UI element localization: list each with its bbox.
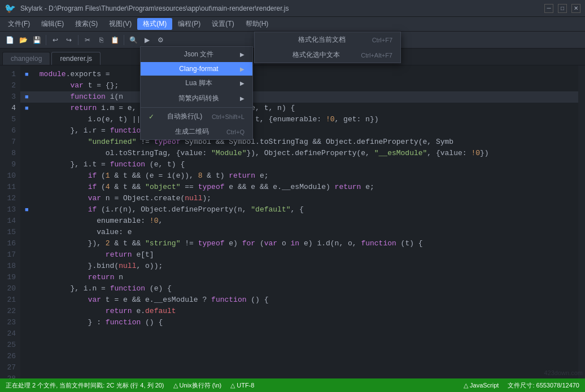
- code-line-4: ■ function i(n: [20, 91, 578, 103]
- statusbar: 正在处理 2 个文件, 当前文件时间戳: 2C 光标 (行 4, 列 20) △…: [0, 378, 585, 392]
- editor-main: 1 2 3 4 5 6 7 8 9 10 11 12 13 14 15 16 1…: [0, 65, 585, 378]
- code-line-28: } : function () {: [20, 317, 578, 328]
- toolbar-save[interactable]: 💾: [30, 34, 43, 46]
- toolbar-sep3: [124, 35, 124, 45]
- gutter-1: ■: [25, 69, 33, 80]
- status-lineending: △ Unix换行符 (\n): [173, 381, 222, 390]
- window-controls: ─ □ ✕: [544, 4, 580, 13]
- code-line-24: return n: [20, 272, 578, 283]
- code-line-1: ■ module.exports =: [20, 69, 578, 80]
- toolbar-debug[interactable]: ⚙: [154, 34, 167, 46]
- toolbar-copy[interactable]: ⎘: [95, 34, 107, 46]
- tab-changelog[interactable]: changelog: [2, 52, 50, 65]
- line-num-4: 4: [0, 103, 20, 114]
- code-line-20: value: e: [20, 227, 578, 238]
- menu-clang-format[interactable]: Clang-format ▶: [141, 62, 252, 76]
- toolbar-undo[interactable]: ↩: [49, 34, 62, 46]
- line-num-25: 25: [0, 340, 20, 351]
- toolbar-sep2: [78, 35, 78, 45]
- scrollbar-vertical[interactable]: [578, 65, 585, 378]
- menu-view[interactable]: 视图(V): [103, 18, 137, 30]
- line-num-9: 9: [0, 159, 20, 170]
- code-line-22: return e[t]: [20, 249, 578, 261]
- tab-renderer[interactable]: renderer.js: [51, 52, 101, 65]
- code-line-21: }), 2 & t && "string" != typeof e) for (…: [20, 238, 578, 249]
- line-num-3: 3: [0, 91, 20, 103]
- toolbar-new[interactable]: 📄: [3, 34, 16, 46]
- code-editor[interactable]: ■ module.exports = var t = {}; ■ functio…: [20, 65, 578, 378]
- menu-autowrap[interactable]: ✓ 自动换行(L) Ctrl+Shift+L: [141, 109, 252, 124]
- toolbar-sep1: [46, 35, 46, 45]
- menu-format-selection[interactable]: 格式化选中文本 Ctrl+Alt+F7: [255, 47, 400, 63]
- menu-format-doc[interactable]: 格式化当前文档 Ctrl+F7: [255, 32, 400, 47]
- status-filesize: 文件尺寸: 6553078/12470: [508, 381, 579, 390]
- line-numbers: 1 2 3 4 5 6 7 8 9 10 11 12 13 14 15 16 1…: [0, 65, 20, 378]
- line-num-6: 6: [0, 125, 20, 136]
- line-num-24: 24: [0, 328, 20, 340]
- line-num-23: 23: [0, 317, 20, 328]
- status-encoding: △ UTF-8: [230, 382, 254, 389]
- line-num-26: 26: [0, 351, 20, 362]
- line-num-19: 19: [0, 272, 20, 283]
- line-num-10: 10: [0, 170, 20, 182]
- line-num-28: 28: [0, 373, 20, 378]
- menu-qrcode[interactable]: 生成二维码 Ctrl+Q: [141, 124, 252, 139]
- code-line-25: }, i.n = function (e) {: [20, 283, 578, 294]
- toolbar-run[interactable]: ▶: [141, 34, 153, 46]
- toolbar-redo[interactable]: ↪: [63, 34, 75, 46]
- line-num-12: 12: [0, 193, 20, 204]
- code-line-11: i.o(e, t) || Object.defineProperty(e, t,…: [20, 114, 578, 125]
- menubar: 文件(F) 编辑(E) 搜索(S) 视图(V) 格式(M) 编程(P) 设置(T…: [0, 17, 585, 32]
- clang-format-submenu: 格式化当前文档 Ctrl+F7 格式化选中文本 Ctrl+Alt+F7: [254, 32, 401, 63]
- code-line-18: ■ if (i.r(n), Object.defineProperty(n, "…: [20, 204, 578, 215]
- code-line-13: "undefined" != typeof Symbol && Symbol.t…: [20, 136, 578, 159]
- menu-code[interactable]: 编程(P): [172, 18, 206, 30]
- code-line-2: var t = {};: [20, 80, 578, 91]
- close-button[interactable]: ✕: [571, 4, 580, 13]
- line-num-20: 20: [0, 283, 20, 294]
- toolbar-find[interactable]: 🔍: [127, 34, 139, 46]
- toolbar-paste[interactable]: 📋: [108, 34, 121, 46]
- code-line-12: }, i.r = function (e) {: [20, 125, 578, 136]
- line-num-21: 21: [0, 294, 20, 306]
- maximize-button[interactable]: □: [558, 4, 567, 13]
- line-num-1: 1: [0, 69, 20, 80]
- menu-encoding[interactable]: 简繁内码转换 ▶: [141, 91, 252, 106]
- code-line-17: var n = Object.create(null);: [20, 193, 578, 204]
- code-line-10: ■ return i.m = e, i.c = t, i.d = functio…: [20, 103, 578, 114]
- menu-search[interactable]: 搜索(S): [69, 18, 103, 30]
- code-line-26: var t = e && e.__esModule ? function () …: [20, 294, 578, 306]
- line-num-11: 11: [0, 182, 20, 193]
- status-language: △ JavaScript: [464, 382, 499, 389]
- code-line-19: enumerable: !0,: [20, 215, 578, 227]
- app-logo: 🐦: [5, 3, 16, 14]
- code-line-15: if (1 & t && (e = i(e)), 8 & t) return e…: [20, 170, 578, 182]
- menu-edit[interactable]: 编辑(E): [36, 18, 69, 30]
- code-line-27: return e.default: [20, 306, 578, 317]
- menu-help[interactable]: 帮助(H): [240, 18, 274, 30]
- menu-file[interactable]: 文件(F): [2, 18, 36, 30]
- watermark: 423down.com: [544, 369, 583, 376]
- line-num-22: 22: [0, 306, 20, 317]
- menu-format[interactable]: 格式(M): [137, 18, 172, 30]
- minimize-button[interactable]: ─: [544, 4, 553, 13]
- toolbar-cut[interactable]: ✂: [81, 34, 94, 46]
- code-line-23: }.bind(null, o));: [20, 261, 578, 272]
- line-num-2: 2: [0, 80, 20, 91]
- gutter-10: ■: [25, 103, 33, 114]
- line-num-5: 5: [0, 114, 20, 125]
- line-num-27: 27: [0, 362, 20, 373]
- line-num-18: 18: [0, 261, 20, 272]
- line-num-17: 17: [0, 249, 20, 261]
- titlebar: 🐦 Skylark - D:\Program Files\Thunder\Pro…: [0, 0, 585, 17]
- menu-sep-1: [141, 107, 252, 108]
- gutter-4: ■: [25, 91, 33, 103]
- line-num-13: 13: [0, 204, 20, 215]
- status-processing: 正在处理 2 个文件, 当前文件时间戳: 2C 光标 (行 4, 列 20): [6, 381, 164, 390]
- menu-json[interactable]: Json 文件 ▶: [141, 47, 252, 62]
- code-line-14: }, i.t = function (e, t) {: [20, 159, 578, 170]
- line-num-16: 16: [0, 238, 20, 249]
- toolbar-open[interactable]: 📂: [17, 34, 29, 46]
- menu-settings[interactable]: 设置(T): [206, 18, 239, 30]
- menu-lua[interactable]: Lua 脚本 ▶: [141, 76, 252, 91]
